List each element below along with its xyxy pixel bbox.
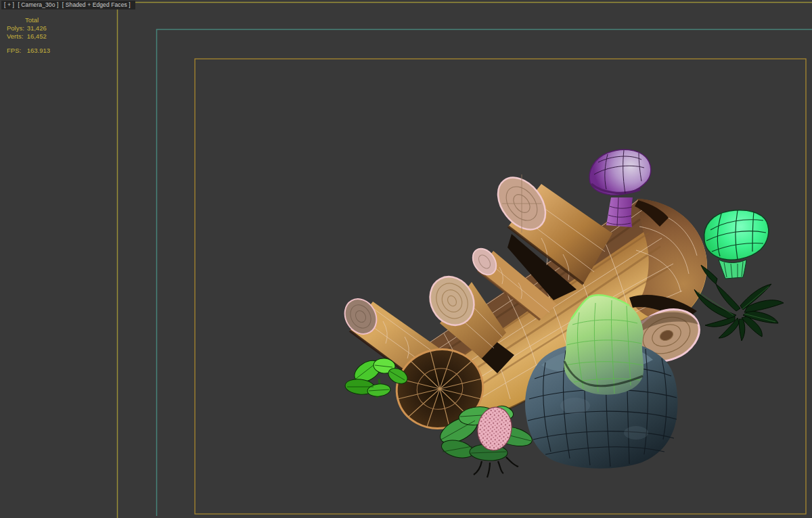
stats-polys-label: Polys: (7, 24, 25, 32)
purple-stem (606, 197, 633, 227)
stats-total-header: Total (25, 16, 39, 24)
camera-viewport[interactable]: [ + ] [ Camera_30o ] [ Shaded + Edged Fa… (0, 0, 812, 518)
viewport-shading-menu[interactable]: [ Shaded + Edged Faces ] (62, 1, 131, 8)
stats-fps-label: FPS: (7, 47, 25, 55)
green-mushroom-mesh[interactable] (704, 210, 769, 279)
stats-verts-label: Verts: (7, 32, 25, 41)
fern-blade (716, 284, 740, 311)
viewport-canvas[interactable] (0, 0, 812, 518)
stats-verts-value: 16,452 (27, 32, 47, 41)
viewport-label: [ + ] [ Camera_30o ] [ Shaded + Edged Fa… (1, 1, 135, 9)
stats-polys-row: Polys: 31,426 (7, 24, 47, 32)
stats-fps-value: 163.913 (27, 47, 50, 55)
stats-polys-value: 31,426 (27, 24, 47, 32)
rock-speckle (560, 398, 590, 414)
safe-frames (118, 3, 812, 518)
viewport-general-menu[interactable]: [ + ] (4, 1, 14, 8)
stats-fps-row: FPS: 163.913 (7, 47, 50, 55)
stats-verts-row: Verts: 16,452 (7, 32, 47, 41)
fern-blade (739, 319, 745, 341)
rock-speckle (624, 426, 648, 440)
viewport-camera-menu[interactable]: [ Camera_30o ] (18, 1, 58, 8)
scene-log-group[interactable] (338, 149, 784, 477)
safe-frame-live-area (118, 3, 812, 518)
fern-blade (705, 316, 735, 327)
